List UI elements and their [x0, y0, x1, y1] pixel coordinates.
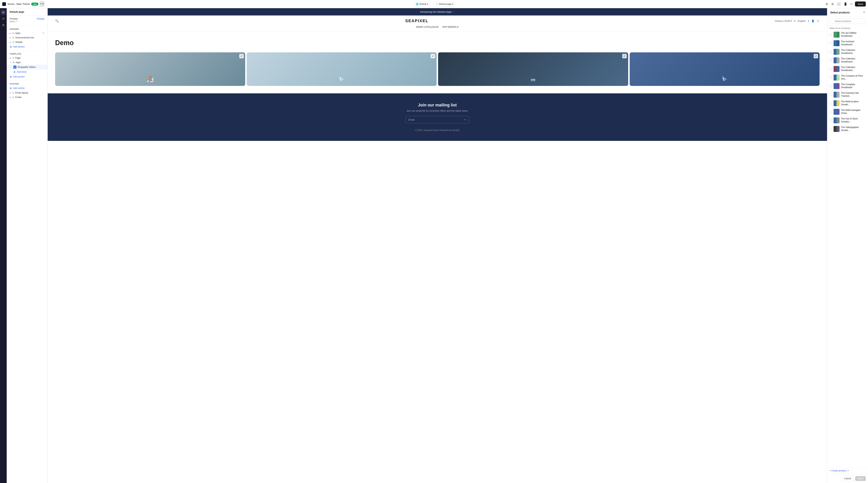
rp-product-item-4[interactable]: The Collection Snowboard... [827, 65, 868, 73]
nav-demo-catalogue[interactable]: DEMO CATALOGUE [416, 26, 439, 28]
plus-icon: ⊕ [10, 45, 12, 48]
apps-icon2: ⊞ [13, 61, 14, 64]
store: Introducing Our Newest Apps → 🔍 SEAPIXEL… [48, 8, 827, 483]
product-checkbox-6[interactable] [830, 85, 832, 87]
product-checkbox-7[interactable] [830, 93, 832, 96]
expand-icon-1[interactable]: ⤢ [239, 54, 244, 58]
product-checkbox-4[interactable] [830, 68, 832, 70]
undo-icon[interactable]: ↩ [849, 1, 854, 6]
tree-header[interactable]: ▶ ⊟ Header [7, 40, 48, 44]
footer-add-section[interactable]: ⊕ Add section [7, 86, 48, 90]
product-checkbox-10[interactable] [830, 119, 832, 122]
tree-apps-template[interactable]: ▼ ⊞ Apps [7, 60, 48, 65]
create-product-link[interactable]: + Create product ↗ [830, 470, 866, 472]
rp-product-item-1[interactable]: The Archived Snowboard [827, 39, 868, 48]
tablet-icon[interactable]: ⬜ [836, 1, 841, 6]
product-image-9 [834, 109, 839, 115]
rp-product-item-5[interactable]: The Compare at Price Sno... [827, 73, 868, 82]
video-card-4[interactable]: ⤢ ⛷ [630, 52, 820, 86]
tree-email-signup[interactable]: ▶ ⊟ Email signup [7, 90, 48, 95]
more-options-button[interactable]: ••• [40, 2, 44, 6]
default-page-selector[interactable]: 📄 Default page ▾ [433, 2, 456, 6]
user-icon[interactable]: 👤 [811, 20, 814, 22]
template-add-block[interactable]: ⊕ Add block [7, 69, 48, 74]
product-checkbox-2[interactable] [830, 51, 832, 53]
chevron-icon: ▶ [10, 32, 11, 34]
product-checkbox-3[interactable] [830, 59, 832, 62]
tree-shoppable-videos[interactable]: A Shoppable Videos [7, 65, 48, 69]
change-link[interactable]: Change [37, 18, 44, 20]
store-header: 🔍 SEAPIXEL Greece | EUR € ▾ English ▾ 👤 … [48, 16, 827, 31]
chevron-icon2: ▶ [10, 37, 11, 39]
footer-copyright: © 2024, Seapixel Demo Powered by Shopify [55, 129, 819, 132]
search-icon[interactable]: 🔍 [55, 19, 59, 23]
product-checkbox-9[interactable] [830, 111, 832, 113]
save-button[interactable]: Save [855, 1, 866, 6]
preview-section: Preview Change Demo ↗ [7, 16, 48, 24]
add-section-label: Add section [13, 46, 25, 48]
figure-2: ⛷ [339, 76, 344, 82]
sidebar-icon-settings[interactable]: ⚙ [1, 16, 6, 21]
expand-icon-2[interactable]: ⤢ [431, 54, 435, 58]
video-card-1[interactable]: ⤢ 🏂 [55, 52, 245, 86]
header-icon: ⊟ [12, 41, 14, 44]
language-label[interactable]: English [798, 20, 806, 22]
external-icon[interactable]: ↗ [16, 20, 18, 23]
product-checkbox-11[interactable] [830, 127, 832, 130]
apps-icon: ⊞ [12, 32, 14, 34]
search-products-input[interactable] [830, 19, 866, 24]
sidebar-icon-pages[interactable]: ⊟ [1, 10, 6, 15]
topbar-right: ⊞ 🖥 ⬜ 📱 ↩ Save [825, 1, 866, 6]
cancel-button[interactable]: Cancel [842, 476, 854, 481]
devices-icon[interactable]: ⊞ [825, 1, 829, 6]
add-block-label: Add block [17, 70, 27, 73]
expand-icon-3[interactable]: ⤢ [622, 54, 627, 58]
cart-icon[interactable]: 🛒 [816, 20, 819, 22]
email-submit[interactable]: → [461, 116, 469, 123]
page-icon2: ⊟ [12, 57, 14, 59]
nav-app-demos[interactable]: APP DEMOS ▾ [442, 26, 459, 28]
tree-announcement[interactable]: ▶ ⊟ Announcement bar [7, 35, 48, 40]
rp-product-item-0[interactable]: The 3p Fulfilled Snowboard [827, 30, 868, 39]
chevron-icon6: ▶ [10, 96, 11, 98]
chevron-icon4: ▶ [10, 57, 11, 59]
page-icon: 📄 [435, 3, 438, 5]
product-checkbox-5[interactable] [830, 76, 832, 79]
rp-product-item-9[interactable]: The Multi-managed Snow... [827, 108, 868, 116]
product-checkbox-8[interactable] [830, 102, 832, 105]
video-card-2[interactable]: ⤢ ⛷ [247, 52, 437, 86]
product-checkbox-1[interactable] [830, 42, 832, 45]
expand-icon-4[interactable]: ⤢ [814, 54, 818, 58]
tree-page[interactable]: ▶ ⊟ Page [7, 56, 48, 60]
email-signup-label: Email signup [15, 91, 28, 94]
select-button[interactable]: Select [855, 476, 866, 481]
announcement-bar: Introducing Our Newest Apps → [48, 8, 827, 16]
theme-name: Sense - Main Theme [7, 3, 30, 5]
footer-add-section-label: Add section [13, 87, 25, 89]
rp-close-button[interactable]: × [863, 10, 865, 15]
product-checkbox-0[interactable] [830, 33, 832, 36]
rp-product-item-3[interactable]: The Collection Snowboard... [827, 56, 868, 65]
left-sidebar: ⊟ ⚙ ⊞ [0, 8, 7, 483]
email-input[interactable] [406, 116, 461, 123]
sidebar-icon-apps[interactable]: ⊞ [1, 22, 6, 28]
tree-footer[interactable]: ▶ ⊟ Footer [7, 95, 48, 100]
mobile-icon[interactable]: 📱 [843, 1, 848, 6]
rp-product-list: The 3p Fulfilled Snowboard The Archived … [827, 30, 868, 467]
rp-product-item-6[interactable]: The Complete Snowboard [827, 82, 868, 90]
rp-product-item-11[interactable]: The Videographer Snowb... [827, 125, 868, 133]
rp-product-item-10[interactable]: The Out of Stock Snowbo... [827, 116, 868, 125]
video-card-3[interactable]: ⤢ 🥽 [438, 52, 628, 86]
rp-product-item-7[interactable]: The Inventory Not Tracked... [827, 90, 868, 99]
header-add-section[interactable]: ⊕ Add section [7, 44, 48, 49]
rp-product-item-2[interactable]: The Collection Snowboard... [827, 48, 868, 56]
chevron-icon5: ▶ [10, 92, 11, 94]
tree-apps-header[interactable]: ▶ ⊞ Apps 👁 [7, 31, 48, 35]
template-add-section[interactable]: ⊕ Add section [7, 74, 48, 79]
locale-label[interactable]: Greece | EUR € [775, 20, 792, 22]
figure-3: 🥽 [530, 77, 536, 82]
chevron-icon3: ▶ [10, 41, 11, 43]
rp-product-item-8[interactable]: The Multi-location Snowb... [827, 99, 868, 108]
default-selector[interactable]: 🌐 Default ▾ [413, 2, 431, 6]
desktop-icon[interactable]: 🖥 [830, 2, 835, 6]
